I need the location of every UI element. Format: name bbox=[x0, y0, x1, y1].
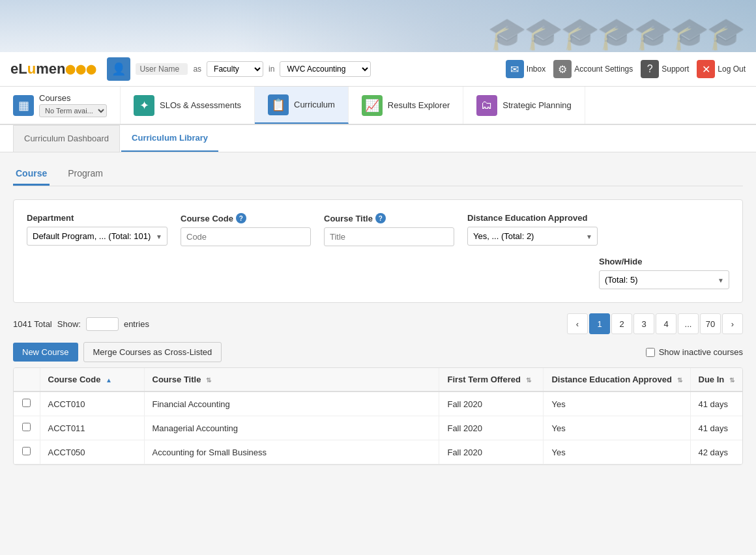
inbox-action[interactable]: ✉ Inbox bbox=[506, 60, 545, 78]
row-checkbox-1[interactable] bbox=[22, 423, 31, 431]
show-label: Show: bbox=[57, 319, 81, 329]
results-icon: 📈 bbox=[362, 95, 383, 116]
table-body: ACCT010 Financial Accounting Fall 2020 Y… bbox=[14, 391, 742, 464]
row-term-cell: Fall 2020 bbox=[439, 440, 544, 464]
row-check-cell bbox=[14, 440, 40, 464]
show-hide-select-wrapper: (Total: 5) bbox=[599, 270, 729, 289]
account-settings-action[interactable]: ⚙ Account Settings bbox=[553, 60, 633, 78]
course-title-help-icon[interactable]: ? bbox=[375, 213, 386, 223]
filter-section: Department Default Program, ... (Total: … bbox=[13, 199, 743, 303]
course-code-input[interactable] bbox=[181, 227, 311, 246]
courses-nav-content: Courses No Term avai... bbox=[39, 93, 107, 117]
curriculum-icon: 📋 bbox=[268, 94, 289, 115]
logout-action[interactable]: ✕ Log Out bbox=[697, 60, 746, 78]
logo: eLumen⬤⬤⬤ bbox=[10, 61, 96, 78]
term-select[interactable]: No Term avai... bbox=[39, 104, 107, 117]
row-term-cell: Fall 2020 bbox=[439, 391, 544, 416]
courses-nav-label: Courses bbox=[39, 93, 107, 103]
user-name: User Name bbox=[136, 63, 188, 75]
row-title-cell: Accounting for Small Business bbox=[144, 440, 439, 464]
show-inactive-checkbox[interactable] bbox=[646, 348, 655, 357]
department-select[interactable]: Default Program, ... (Total: 101) bbox=[27, 227, 167, 246]
row-check-cell bbox=[14, 391, 40, 416]
de-select[interactable]: Yes, ... (Total: 2) bbox=[467, 227, 598, 246]
sort-code-icon: ▲ bbox=[106, 377, 112, 384]
nav-item-courses[interactable]: ▦ Courses No Term avai... bbox=[0, 87, 121, 124]
col-header-title[interactable]: Course Title ⇅ bbox=[144, 368, 439, 391]
department-filter: Department Default Program, ... (Total: … bbox=[27, 213, 167, 246]
col-header-code[interactable]: Course Code ▲ bbox=[40, 368, 144, 391]
table-row: ACCT010 Financial Accounting Fall 2020 Y… bbox=[14, 391, 742, 416]
question-icon: ? bbox=[641, 60, 659, 78]
filter-row-1: Department Default Program, ... (Total: … bbox=[27, 213, 729, 246]
department-label: Department bbox=[27, 213, 167, 223]
curriculum-nav-label: Curriculum bbox=[294, 100, 335, 109]
course-code-filter: Course Code ? bbox=[181, 213, 311, 246]
results-nav-label: Results Explorer bbox=[388, 100, 450, 110]
de-label: Distance Education Approved bbox=[467, 213, 598, 223]
inbox-label: Inbox bbox=[527, 64, 545, 74]
nav-bar: ▦ Courses No Term avai... ✦ SLOs & Asses… bbox=[0, 87, 756, 125]
courses-data-table: Course Code ▲ Course Title ⇅ First Term … bbox=[14, 368, 742, 464]
table-controls: 1041 Total Show: 15 entries ‹ 1 2 3 4 ..… bbox=[13, 313, 743, 334]
course-title-input[interactable] bbox=[324, 227, 454, 246]
as-label: as bbox=[193, 64, 201, 74]
nav-item-curriculum[interactable]: 📋 Curriculum bbox=[255, 87, 349, 124]
top-header: eLumen⬤⬤⬤ 👤 User Name as Faculty in WVC … bbox=[0, 52, 756, 87]
support-label: Support bbox=[662, 64, 689, 74]
strategic-nav-label: Strategic Planning bbox=[502, 100, 572, 110]
new-course-button[interactable]: New Course bbox=[13, 343, 78, 362]
avatar: 👤 bbox=[107, 57, 130, 81]
col-header-term[interactable]: First Term Offered ⇅ bbox=[439, 368, 544, 391]
tab-library[interactable]: Curriculum Library bbox=[121, 125, 218, 152]
pagination: ‹ 1 2 3 4 ... 70 › bbox=[567, 313, 743, 334]
page-3-button[interactable]: 3 bbox=[633, 313, 654, 334]
org-select[interactable]: WVC Accounting bbox=[280, 61, 371, 77]
course-title-filter: Course Title ? bbox=[324, 213, 454, 246]
filter-row-2: Show/Hide (Total: 5) bbox=[27, 257, 729, 289]
show-inactive-label: Show inactive courses bbox=[659, 347, 743, 357]
page-2-button[interactable]: 2 bbox=[611, 313, 632, 334]
de-filter: Distance Education Approved Yes, ... (To… bbox=[467, 213, 598, 246]
show-hide-select[interactable]: (Total: 5) bbox=[599, 270, 729, 289]
col-header-due[interactable]: Due In ⇅ bbox=[690, 368, 742, 391]
total-label: 1041 Total bbox=[13, 319, 52, 329]
tab-dashboard[interactable]: Curriculum Dashboard bbox=[13, 125, 120, 152]
row-checkbox-0[interactable] bbox=[22, 399, 31, 407]
page-70-button[interactable]: 70 bbox=[700, 313, 721, 334]
department-select-wrapper: Default Program, ... (Total: 101) bbox=[27, 227, 167, 246]
total-info: 1041 Total Show: 15 entries bbox=[13, 317, 149, 331]
nav-item-strategic[interactable]: 🗂 Strategic Planning bbox=[463, 87, 585, 124]
entries-input[interactable]: 15 bbox=[86, 317, 119, 331]
sub-tabs: Course Program bbox=[13, 152, 743, 186]
sort-term-icon: ⇅ bbox=[526, 377, 531, 384]
merge-courses-button[interactable]: Merge Courses as Cross-Listed bbox=[83, 342, 222, 362]
sort-due-icon: ⇅ bbox=[729, 377, 734, 384]
action-buttons: New Course Merge Courses as Cross-Listed bbox=[13, 342, 222, 362]
gear-icon: ⚙ bbox=[553, 60, 572, 78]
nav-item-slos[interactable]: ✦ SLOs & Assessments bbox=[121, 87, 255, 124]
strategic-icon: 🗂 bbox=[476, 95, 497, 116]
table-row: ACCT011 Managerial Accounting Fall 2020 … bbox=[14, 416, 742, 440]
col-header-de[interactable]: Distance Education Approved ⇅ bbox=[544, 368, 690, 391]
support-action[interactable]: ? Support bbox=[641, 60, 689, 78]
slos-nav-label: SLOs & Assessments bbox=[160, 100, 241, 110]
page-4-button[interactable]: 4 bbox=[656, 313, 676, 334]
row-de-cell: Yes bbox=[544, 391, 690, 416]
slos-icon: ✦ bbox=[134, 95, 154, 116]
show-inactive-section: Show inactive courses bbox=[646, 347, 743, 357]
header-actions: ✉ Inbox ⚙ Account Settings ? Support ✕ L… bbox=[506, 60, 746, 78]
row-checkbox-2[interactable] bbox=[22, 447, 31, 455]
page-1-button[interactable]: 1 bbox=[589, 313, 610, 334]
nav-item-results[interactable]: 📈 Results Explorer bbox=[349, 87, 463, 124]
sub-tab-course[interactable]: Course bbox=[13, 163, 50, 186]
prev-page-button[interactable]: ‹ bbox=[567, 313, 588, 334]
course-code-help-icon[interactable]: ? bbox=[236, 213, 246, 223]
in-label: in bbox=[269, 64, 274, 74]
next-page-button[interactable]: › bbox=[722, 313, 743, 334]
sub-tab-program[interactable]: Program bbox=[65, 163, 106, 186]
course-title-label: Course Title ? bbox=[324, 213, 454, 223]
role-select[interactable]: Faculty bbox=[207, 61, 263, 77]
courses-icon: ▦ bbox=[13, 95, 34, 116]
logout-label: Log Out bbox=[718, 64, 746, 74]
